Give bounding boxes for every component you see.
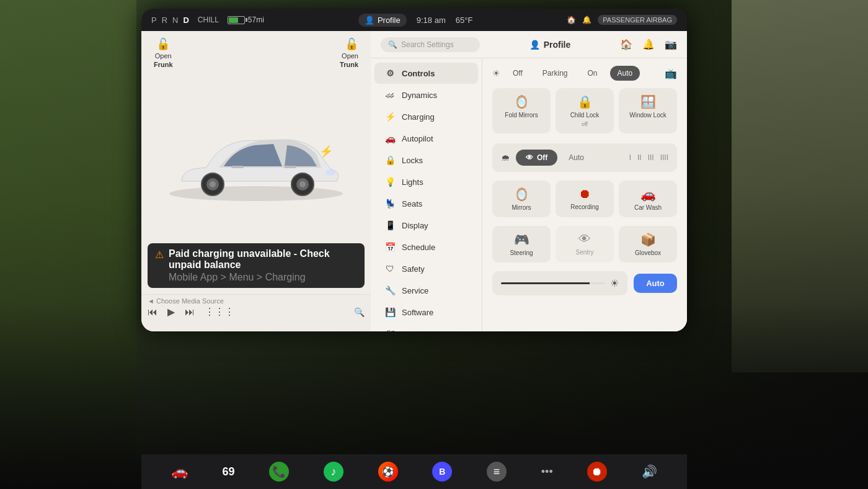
taskbar-games-btn[interactable]: ⚽ bbox=[378, 462, 398, 482]
search-box[interactable]: 🔍 Search Settings bbox=[381, 37, 480, 52]
sidebar-item-safety[interactable]: 🛡 Safety bbox=[374, 258, 478, 279]
lighting-off-btn[interactable]: Off bbox=[505, 66, 530, 81]
lights-icon: 💡 bbox=[384, 177, 396, 187]
brightness-slider[interactable] bbox=[501, 282, 605, 284]
sidebar-item-software[interactable]: 💾 Software bbox=[374, 302, 478, 323]
gear-d[interactable]: D bbox=[183, 16, 188, 25]
media-prev-btn[interactable]: ⏮ bbox=[148, 307, 157, 318]
sidebar-item-navigation[interactable]: 🗺 Navigation bbox=[374, 323, 478, 331]
status-left: P R N D CHILL 57mi bbox=[151, 16, 264, 25]
lighting-parking-btn[interactable]: Parking bbox=[535, 66, 575, 81]
service-icon: 🔧 bbox=[384, 285, 396, 295]
settings-profile-icon: 👤 bbox=[529, 40, 540, 50]
sidebar-item-locks[interactable]: 🔒 Locks bbox=[374, 150, 478, 171]
auto-brightness-btn[interactable]: Auto bbox=[634, 274, 677, 293]
taskbar-record-btn[interactable]: ⏺ bbox=[587, 462, 607, 482]
sidebar-item-seats[interactable]: 💺 Seats bbox=[374, 193, 478, 214]
media-bar: ◄ Choose Media Source ⏮ ▶ ⏭ ⋮⋮⋮ 🔍 bbox=[141, 294, 371, 331]
glovebox-label: Glovebox bbox=[635, 249, 661, 256]
settings-content: ☀ Off Parking On Auto 📺 🪞 Fold Mirrors bbox=[482, 58, 687, 331]
sidebar-item-dynamics[interactable]: 🏎 Dynamics bbox=[374, 84, 478, 105]
car-wash-btn[interactable]: 🚗 Car Wash bbox=[619, 181, 677, 217]
recording-btn[interactable]: ⏺ Recording bbox=[556, 181, 614, 217]
wiper-speed-1[interactable]: I bbox=[629, 153, 631, 162]
profile-label: Profile bbox=[378, 16, 401, 25]
sidebar-item-service[interactable]: 🔧 Service bbox=[374, 280, 478, 301]
lighting-auto-btn[interactable]: Auto bbox=[610, 66, 640, 81]
steering-label: Steering bbox=[510, 249, 533, 256]
media-play-btn[interactable]: ▶ bbox=[167, 306, 175, 318]
sidebar-item-autopilot[interactable]: 🚗 Autopilot bbox=[374, 128, 478, 149]
locks-label: Locks bbox=[402, 156, 423, 165]
glovebox-btn[interactable]: 📦 Glovebox bbox=[619, 226, 677, 262]
taskbar-dots-btn[interactable]: ••• bbox=[541, 465, 553, 478]
camera-settings-icon[interactable]: 📷 bbox=[665, 38, 677, 50]
svg-rect-8 bbox=[284, 166, 296, 168]
status-center: 👤 Profile 9:18 am 65°F bbox=[358, 14, 472, 27]
controls-label: Controls bbox=[402, 69, 435, 78]
sidebar-item-controls[interactable]: ⚙ Controls bbox=[374, 63, 478, 84]
profile-button[interactable]: 👤 Profile bbox=[358, 14, 407, 27]
wiper-speed-3[interactable]: III bbox=[648, 153, 654, 162]
bell-settings-icon[interactable]: 🔔 bbox=[642, 38, 655, 50]
media-next-btn[interactable]: ⏭ bbox=[185, 307, 195, 318]
sidebar-item-schedule[interactable]: 📅 Schedule bbox=[374, 236, 478, 258]
lighting-extra-icon[interactable]: 📺 bbox=[665, 68, 677, 79]
gear-r[interactable]: R bbox=[162, 16, 167, 25]
alert-content: Paid charging unavailable - Check unpaid… bbox=[169, 248, 357, 283]
settings-icons: 🏠 🔔 📷 bbox=[620, 38, 677, 50]
bluetooth-icon: B bbox=[439, 467, 445, 477]
bottom-feature-grid-1: 🪞 Mirrors ⏺ Recording 🚗 Car Wash bbox=[492, 181, 677, 217]
media-search-btn[interactable]: 🔍 bbox=[354, 307, 365, 317]
open-frunk-btn[interactable]: 🔓 Open Frunk bbox=[154, 37, 173, 68]
sidebar-item-lights[interactable]: 💡 Lights bbox=[374, 171, 478, 192]
sentry-label: Sentry bbox=[576, 249, 594, 256]
svg-text:⚡: ⚡ bbox=[319, 145, 334, 158]
taskbar-volume-btn[interactable]: 🔊 bbox=[642, 464, 657, 479]
car-wash-icon: 🚗 bbox=[640, 187, 656, 202]
tesla-car-image: ⚡ bbox=[163, 107, 349, 218]
taskbar-car-icon[interactable]: 🚗 bbox=[171, 464, 188, 480]
status-bar: P R N D CHILL 57mi 👤 Profile 9:18 am 65°… bbox=[141, 9, 687, 31]
media-source-label[interactable]: ◄ Choose Media Source bbox=[148, 297, 365, 305]
taskbar-bluetooth-btn[interactable]: B bbox=[432, 462, 452, 482]
gear-p[interactable]: P bbox=[151, 16, 157, 25]
window-lock-btn[interactable]: 🪟 Window Lock bbox=[619, 88, 677, 133]
svg-point-0 bbox=[169, 186, 343, 201]
battery-info: 57mi bbox=[228, 16, 264, 24]
frunk-icon: 🔓 bbox=[156, 37, 170, 51]
wiper-speed-4[interactable]: IIII bbox=[660, 153, 668, 162]
sidebar-item-display[interactable]: 📱 Display bbox=[374, 215, 478, 236]
steering-btn[interactable]: 🎮 Steering bbox=[492, 226, 551, 262]
media-icon: ≡ bbox=[494, 465, 500, 478]
lighting-section: ☀ Off Parking On Auto 📺 🪞 Fold Mirrors bbox=[492, 66, 677, 133]
child-lock-btn[interactable]: 🔒 Child Lock off bbox=[556, 88, 614, 133]
trunk-label-open: Open bbox=[342, 52, 358, 60]
sentry-btn[interactable]: 👁 Sentry bbox=[556, 226, 614, 262]
taskbar-media-btn[interactable]: ≡ bbox=[487, 462, 507, 482]
child-lock-label: Child Lock bbox=[570, 112, 600, 119]
charging-label: Charging bbox=[402, 112, 435, 122]
home-icon[interactable]: 🏠 bbox=[567, 16, 576, 24]
taskbar-temp: 69 bbox=[223, 465, 235, 478]
wiper-speed-2[interactable]: II bbox=[637, 153, 642, 162]
brightness-auto-row: ☀ Auto bbox=[492, 271, 677, 295]
media-menu-btn[interactable]: ⋮⋮⋮ bbox=[205, 306, 234, 318]
recording-icon: ⏺ bbox=[578, 187, 591, 201]
wiper-eye-icon: 👁 bbox=[526, 153, 533, 162]
lighting-on-btn[interactable]: On bbox=[580, 66, 604, 81]
spotify-icon: ♪ bbox=[330, 465, 336, 478]
bell-icon[interactable]: 🔔 bbox=[582, 16, 591, 24]
taskbar-phone-btn[interactable]: 📞 bbox=[269, 462, 289, 482]
sidebar-item-charging[interactable]: ⚡ Charging bbox=[374, 106, 478, 127]
open-trunk-btn[interactable]: 🔓 Open Trunk bbox=[340, 37, 358, 68]
fold-mirrors-btn[interactable]: 🪞 Fold Mirrors bbox=[492, 88, 551, 133]
taskbar-spotify-btn[interactable]: ♪ bbox=[324, 462, 343, 482]
dynamics-icon: 🏎 bbox=[384, 90, 396, 100]
gear-n[interactable]: N bbox=[172, 16, 178, 25]
mirrors-btn[interactable]: 🪞 Mirrors bbox=[492, 181, 551, 217]
home-settings-icon[interactable]: 🏠 bbox=[620, 38, 632, 50]
svg-point-3 bbox=[210, 181, 216, 187]
wiper-off-btn[interactable]: 👁 Off bbox=[516, 150, 557, 166]
window-lock-icon: 🪟 bbox=[640, 94, 656, 109]
